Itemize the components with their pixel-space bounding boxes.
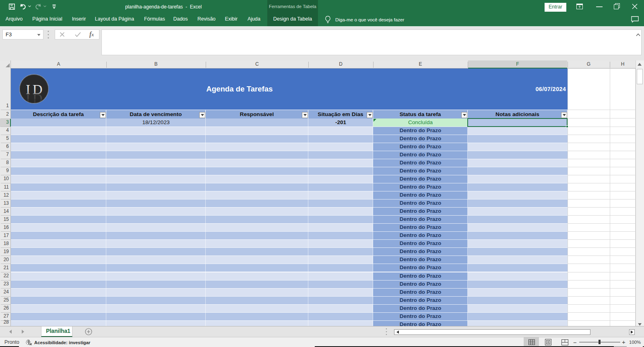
svg-text:D: D <box>33 82 43 97</box>
svg-text:I: I <box>26 82 30 97</box>
